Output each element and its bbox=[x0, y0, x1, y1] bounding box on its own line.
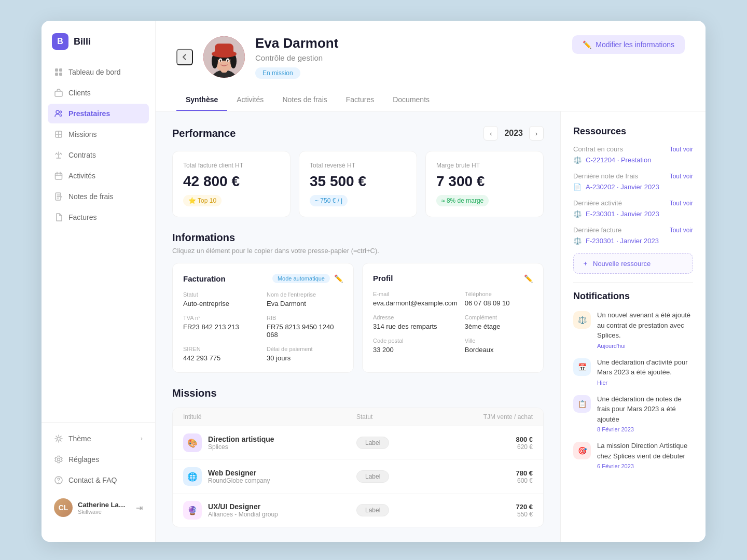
profil-edit-icon[interactable]: ✏️ bbox=[524, 274, 533, 283]
resource-link-0[interactable]: ⚖️ C-221204 · Prestation bbox=[573, 156, 693, 164]
tjm-buy-2: 550 € bbox=[450, 511, 533, 518]
perf-badge-1: ~ 750 € / j bbox=[310, 195, 348, 206]
tjm-sale-2: 720 € bbox=[450, 503, 533, 511]
value-ville: Bordeaux bbox=[465, 346, 533, 354]
resource-icon-1: 📄 bbox=[573, 183, 582, 191]
nouvelle-ressource-label: Nouvelle ressource bbox=[593, 260, 651, 268]
performance-title: Performance bbox=[172, 128, 236, 139]
tab-factures[interactable]: Factures bbox=[337, 89, 383, 111]
profil-title: Profil bbox=[373, 274, 393, 283]
user-avatar: CL bbox=[54, 498, 73, 517]
svg-point-5 bbox=[56, 110, 59, 114]
label-tva: TVA n° bbox=[183, 315, 259, 321]
notif-item-3: 🎯 La mission Direction Artistique chez S… bbox=[573, 441, 693, 469]
sidebar-label-clients: Clients bbox=[68, 89, 91, 97]
notif-item-1: 📅 Une déclaration d'activité pour Mars 2… bbox=[573, 357, 693, 386]
label-email: E-mail bbox=[373, 291, 458, 297]
tout-voir-3[interactable]: Tout voir bbox=[670, 227, 693, 234]
tout-voir-2[interactable]: Tout voir bbox=[670, 200, 693, 207]
notif-icon-3: 🎯 bbox=[573, 442, 591, 459]
facturation-card: Facturation Mode automatique ✏️ Statut A… bbox=[172, 263, 354, 373]
table-row[interactable]: 🎨 Direction artistique Splices Label bbox=[173, 426, 543, 460]
mission-name-1: Web Designer bbox=[208, 469, 270, 477]
field-email: E-mail eva.darmont@example.com bbox=[373, 291, 458, 307]
sidebar-item-factures[interactable]: Factures bbox=[48, 207, 149, 227]
year-next-button[interactable]: › bbox=[529, 126, 544, 141]
mission-cell-2: 🔮 UX/UI Designer Alliances - Mondial gro… bbox=[183, 501, 356, 520]
sidebar-item-contrats[interactable]: Contrats bbox=[48, 145, 149, 165]
resource-icon-0: ⚖️ bbox=[573, 156, 582, 164]
notif-time-1: Hier bbox=[597, 380, 693, 386]
main-content: Eva Darmont Contrôle de gestion En missi… bbox=[156, 21, 706, 542]
resource-link-1[interactable]: 📄 A-230202 · Janvier 2023 bbox=[573, 183, 693, 191]
notif-text-0: Un nouvel avenant a été ajouté au contra… bbox=[597, 310, 693, 341]
resource-icon-2: ⚖️ bbox=[573, 210, 582, 218]
sidebar-item-theme[interactable]: Thème › bbox=[48, 429, 149, 449]
nouvelle-ressource-button[interactable]: ＋ Nouvelle ressource bbox=[573, 253, 693, 274]
table-row[interactable]: 🌐 Web Designer RoundGlobe company Label bbox=[173, 460, 543, 494]
svg-rect-4 bbox=[55, 91, 62, 96]
svg-rect-8 bbox=[56, 173, 62, 179]
tout-voir-1[interactable]: Tout voir bbox=[670, 173, 693, 180]
informations-section: Informations Cliquez un élément pour le … bbox=[172, 232, 544, 373]
value-rib: FR75 8213 9450 1240 068 bbox=[267, 323, 343, 339]
missions-title: Missions bbox=[172, 387, 544, 399]
notif-icon-0: ⚖️ bbox=[573, 311, 591, 329]
year-nav: ‹ 2023 › bbox=[483, 126, 544, 141]
edit-info-button[interactable]: ✏️ Modifier les informations bbox=[572, 35, 685, 54]
calendar-icon bbox=[54, 171, 63, 180]
notif-icon-2: 📋 bbox=[573, 395, 591, 413]
svg-point-10 bbox=[57, 437, 60, 440]
col-statut: Statut bbox=[356, 413, 450, 421]
content-area: Performance ‹ 2023 › Total facturé clien… bbox=[156, 111, 706, 542]
svg-rect-1 bbox=[59, 68, 62, 72]
sidebar-label-reglages: Réglages bbox=[68, 455, 99, 464]
label-telephone: Téléphone bbox=[465, 291, 533, 297]
sidebar-label-factures: Factures bbox=[68, 213, 96, 221]
sidebar-item-prestataires[interactable]: Prestataires bbox=[48, 104, 149, 123]
value-delai: 30 jours bbox=[267, 354, 343, 362]
tab-activites[interactable]: Activités bbox=[227, 89, 273, 111]
year-prev-button[interactable]: ‹ bbox=[483, 126, 498, 141]
tab-synthese[interactable]: Synthèse bbox=[176, 89, 227, 111]
status-label-0: Label bbox=[356, 437, 389, 449]
sidebar-item-activites[interactable]: Activités bbox=[48, 166, 149, 186]
missions-table: Intitulé Statut TJM vente / achat 🎨 Dire… bbox=[172, 408, 544, 527]
resource-link-2[interactable]: ⚖️ E-230301 · Janvier 2023 bbox=[573, 210, 693, 218]
perf-card-1: Total reversé HT 35 500 € ~ 750 € / j bbox=[299, 151, 417, 217]
sidebar-item-missions[interactable]: Missions bbox=[48, 124, 149, 144]
facturation-edit-icon[interactable]: ✏️ bbox=[334, 274, 343, 283]
logout-icon[interactable]: ⇥ bbox=[136, 503, 143, 513]
table-row[interactable]: 🔮 UX/UI Designer Alliances - Mondial gro… bbox=[173, 494, 543, 527]
resource-header-1: Dernière note de frais Tout voir bbox=[573, 172, 693, 180]
label-delai: Délai de paiement bbox=[267, 346, 343, 352]
field-tva: TVA n° FR23 842 213 213 bbox=[183, 315, 259, 339]
sidebar-item-contact[interactable]: Contact & FAQ bbox=[48, 470, 149, 490]
resource-link-text-3: F-230301 · Janvier 2023 bbox=[586, 237, 659, 245]
resource-link-3[interactable]: ⚖️ F-230301 · Janvier 2023 bbox=[573, 237, 693, 245]
sidebar-item-reglages[interactable]: Réglages bbox=[48, 450, 149, 469]
perf-value-0: 42 800 € bbox=[183, 173, 280, 190]
tab-notes[interactable]: Notes de frais bbox=[273, 89, 336, 111]
sidebar-label-tableau: Tableau de bord bbox=[68, 68, 120, 76]
perf-label-0: Total facturé client HT bbox=[183, 162, 280, 169]
svg-rect-3 bbox=[59, 73, 62, 76]
col-tjm: TJM vente / achat bbox=[450, 413, 533, 421]
perf-value-1: 35 500 € bbox=[310, 173, 406, 190]
back-button[interactable] bbox=[176, 49, 193, 65]
notif-content-3: La mission Direction Artistique chez Spl… bbox=[597, 441, 693, 469]
tjm-buy-0: 620 € bbox=[450, 443, 533, 451]
tab-documents[interactable]: Documents bbox=[383, 89, 439, 111]
sidebar-item-notes[interactable]: Notes de frais bbox=[48, 187, 149, 206]
user-section: CL Catherine Lamotte Skillwave ⇥ bbox=[48, 492, 149, 523]
performance-cards: Total facturé client HT 42 800 € ⭐ Top 1… bbox=[172, 151, 544, 217]
info-cards: Facturation Mode automatique ✏️ Statut A… bbox=[172, 263, 544, 373]
profil-header: Profil ✏️ bbox=[373, 274, 533, 283]
sidebar-item-tableau[interactable]: Tableau de bord bbox=[48, 62, 149, 82]
notif-text-3: La mission Direction Artistique chez Spl… bbox=[597, 441, 693, 461]
tout-voir-0[interactable]: Tout voir bbox=[670, 146, 693, 153]
sidebar-item-clients[interactable]: Clients bbox=[48, 83, 149, 103]
mission-icon-0: 🎨 bbox=[183, 433, 202, 452]
notif-time-3: 6 Février 2023 bbox=[597, 463, 693, 469]
status-label-1: Label bbox=[356, 470, 389, 483]
